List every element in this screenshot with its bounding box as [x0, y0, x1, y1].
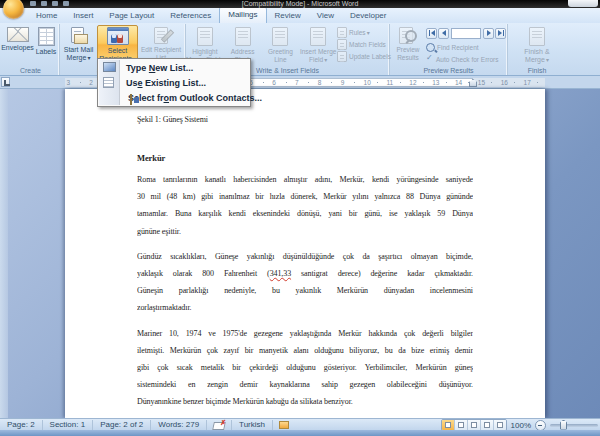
redo-icon[interactable] — [52, 1, 58, 6]
greeting-line-button[interactable]: Greeting Line — [262, 25, 300, 65]
text-line: Gündüz sıcaklıkları, Güneşe yakınlığı dü… — [137, 248, 473, 265]
proofing-error-icon — [213, 421, 225, 429]
envelopes-button[interactable]: Envelopes — [2, 25, 33, 65]
tab-home[interactable]: Home — [28, 9, 65, 23]
draft-view-button[interactable] — [494, 420, 506, 430]
web-layout-view-button[interactable] — [468, 420, 481, 430]
greeting-line-label: Greeting Line — [262, 48, 300, 63]
ruler-number: 2 — [89, 79, 93, 86]
paragraph: Roma tanrılarının kanatlı habercisinden … — [137, 171, 473, 240]
type-new-list-icon — [103, 62, 116, 72]
proofing-status[interactable] — [207, 420, 232, 430]
menu-item-type-new-list[interactable]: Type New List... — [99, 60, 249, 75]
zoom-slider-thumb[interactable] — [560, 420, 567, 430]
outline-view-button[interactable] — [481, 420, 494, 430]
auto-check-errors-label: Auto Check for Errors — [436, 56, 499, 63]
tab-mailings[interactable]: Mailings — [219, 7, 266, 23]
ruler-tick — [514, 82, 515, 83]
zoom-level[interactable]: 100% — [511, 421, 531, 430]
status-page[interactable]: Page: 2 — [0, 420, 43, 430]
status-section[interactable]: Section: 1 — [43, 420, 94, 430]
last-record-button[interactable] — [495, 28, 506, 39]
group-preview-results: Preview Results Find Recipient — [390, 24, 508, 75]
tab-review[interactable]: Review — [267, 9, 309, 23]
ruler-tick — [80, 82, 81, 83]
labels-label: Labels — [36, 48, 57, 56]
print-layout-view-button[interactable] — [442, 420, 455, 430]
tab-view[interactable]: View — [309, 9, 342, 23]
labels-icon — [38, 27, 55, 46]
status-page[interactable]: Page: 2 of 2 — [93, 420, 151, 430]
ruler-tick — [400, 82, 401, 83]
document-page[interactable]: Şekil 1: Güneş Sistemi Merkür Roma tanrı… — [65, 89, 545, 418]
tab-references[interactable]: References — [162, 9, 219, 23]
save-icon[interactable] — [30, 1, 36, 6]
insert-merge-field-button[interactable]: Insert Merge Field — [299, 25, 337, 65]
menu-item-label: Select from Outlook Contacts... — [128, 93, 262, 103]
document-heading: Merkür — [137, 153, 473, 163]
ruler-number: 12 — [409, 79, 416, 86]
select-recipients-icon — [107, 27, 129, 45]
update-labels-button[interactable]: Update Labels — [337, 50, 389, 62]
ruler-number: 14 — [455, 79, 462, 86]
undo-icon[interactable] — [41, 1, 47, 6]
language-status[interactable]: Turkish — [232, 420, 273, 430]
envelope-icon — [7, 27, 29, 42]
outlook-contacts-icon — [130, 94, 132, 105]
window-title: [Compatibility Mode] - Microsoft Word — [120, 0, 480, 8]
menu-item-select-from-outlook-contacts[interactable]: Select from Outlook Contacts... — [99, 90, 249, 105]
title-bar: [Compatibility Mode] - Microsoft Word — [0, 0, 600, 8]
text-line: gününe eşittir. — [137, 223, 473, 240]
update-labels-label: Update Labels — [349, 53, 391, 60]
ruler-number: 9 — [341, 79, 345, 86]
status-words[interactable]: Words: 279 — [151, 420, 207, 430]
window-controls[interactable] — [568, 0, 598, 7]
first-record-button[interactable] — [426, 28, 437, 39]
zoom-slider[interactable] — [550, 424, 598, 427]
finish-merge-button[interactable]: Finish & Merge — [516, 25, 558, 65]
zoom-out-button[interactable] — [535, 420, 546, 431]
record-navigation — [426, 27, 506, 39]
ribbon: Envelopes Labels Create Start Mail Merge… — [0, 23, 600, 76]
address-block-icon — [235, 27, 251, 46]
text-line: zorlaştırmaktadır. — [137, 299, 473, 316]
document-area: Şekil 1: Güneş Sistemi Merkür Roma tanrı… — [0, 89, 600, 418]
horizontal-ruler: 1231234567891011121314151617 — [0, 76, 600, 89]
customize-quick-access-icon[interactable] — [63, 1, 69, 6]
rules-label: Rules — [349, 29, 370, 36]
preview-results-icon — [399, 27, 417, 44]
ruler-number: 10 — [364, 79, 371, 86]
text-line: Mariner 10, 1974 ve 1975'de gezegene yak… — [137, 325, 473, 342]
ruler-tick — [331, 82, 332, 83]
record-number-field[interactable] — [451, 28, 481, 39]
preview-results-button[interactable]: Preview Results — [390, 25, 426, 65]
document-body: Roma tanrılarının kanatlı habercisinden … — [137, 171, 473, 418]
text-line: yaklaşık olarak 800 Fahrenheit (341,33 s… — [137, 265, 473, 282]
auto-check-errors-button[interactable]: Auto Check for Errors — [426, 53, 506, 65]
previous-record-button[interactable] — [438, 28, 449, 39]
start-mail-merge-button[interactable]: Start Mail Merge — [60, 25, 97, 65]
ruler-number: 16 — [501, 79, 508, 86]
tab-developer[interactable]: Developer — [342, 9, 394, 23]
vertical-ruler — [0, 89, 8, 418]
finish-merge-label: Finish & Merge — [516, 48, 558, 64]
match-fields-button[interactable]: Match Fields — [337, 38, 389, 50]
window-bottom-edge — [0, 430, 600, 436]
status-extra[interactable] — [273, 420, 295, 430]
start-mail-merge-label: Start Mail Merge — [60, 46, 97, 62]
rules-button[interactable]: Rules — [337, 26, 389, 38]
find-recipient-button[interactable]: Find Recipient — [426, 41, 506, 53]
text-line: Güneşin parlaklığı nedeniyle, bu yakınlı… — [137, 282, 473, 299]
find-recipient-icon — [426, 43, 435, 52]
next-record-button[interactable] — [483, 28, 494, 39]
menu-item-use-existing-list[interactable]: Use Existing List... — [99, 75, 249, 90]
tab-insert[interactable]: Insert — [65, 9, 101, 23]
full-screen-reading-view-button[interactable] — [455, 420, 468, 430]
paragraph: Mariner 10, 1974 ve 1975'de gezegene yak… — [137, 325, 473, 411]
labels-button[interactable]: Labels — [33, 25, 59, 65]
ruler-number: 17 — [524, 79, 531, 86]
text-line: Dünyanınkine benzer biçimde Merkürün kab… — [137, 393, 473, 410]
edit-recipient-list-icon — [154, 27, 169, 44]
text-line: 30 mil (48 km) gibi inanılmaz bir hızla … — [137, 188, 473, 205]
tab-page-layout[interactable]: Page Layout — [101, 9, 162, 23]
